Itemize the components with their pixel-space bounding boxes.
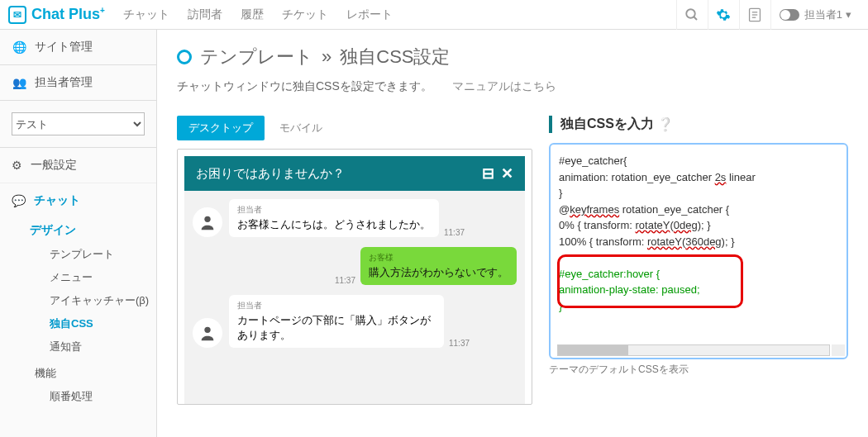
avatar-icon	[193, 207, 222, 237]
topnav-right: 担当者1 ▾	[676, 0, 860, 30]
topnav-chat[interactable]: チャット	[123, 7, 169, 22]
message-text: カートページの下部に「購入」ボタンがあります。	[237, 313, 436, 343]
users-icon: 👥	[12, 76, 26, 89]
chat-header: お困りではありませんか？ ⊟ ✕	[184, 156, 525, 191]
sidebar-site-admin[interactable]: 🌐 サイト管理	[0, 30, 156, 65]
resize-handle-icon[interactable]	[832, 344, 845, 356]
tab-desktop[interactable]: デスクトップ	[177, 116, 265, 140]
chat-window: お困りではありませんか？ ⊟ ✕ 担当者 お客様こんに	[184, 156, 525, 405]
brand[interactable]: ✉ Chat Plus+	[8, 6, 105, 24]
chevron-down-icon: ▾	[846, 8, 851, 21]
message-bubble: 担当者 カートページの下部に「購入」ボタンがあります。	[229, 295, 444, 348]
sidebar-menu[interactable]: メニュー	[50, 266, 156, 289]
sidebar-site-select[interactable]: テスト	[12, 112, 145, 135]
preview-column: デスクトップ モバイル お困りではありませんか？ ⊟ ✕	[177, 116, 532, 405]
breadcrumb-sep: »	[322, 46, 331, 68]
sidebar-general-label: 一般設定	[31, 158, 77, 173]
svg-point-0	[687, 9, 696, 18]
page-title: テンプレート » 独自CSS設定	[177, 45, 848, 69]
user-name: 担当者1	[804, 7, 842, 22]
message-time: 11:37	[444, 228, 465, 237]
sidebar-template[interactable]: テンプレート	[50, 243, 156, 266]
sidebar-sound[interactable]: 通知音	[50, 335, 156, 359]
sidebar-agent-admin-label: 担当者管理	[35, 75, 93, 90]
sidebar-agent-admin[interactable]: 👥 担当者管理	[0, 65, 156, 101]
cog-icon: ⚙	[12, 159, 22, 172]
message-bubble: お客様 購入方法がわからないです。	[360, 247, 517, 285]
horizontal-scrollbar[interactable]	[557, 344, 830, 356]
sidebar-design[interactable]: デザイン	[18, 218, 156, 243]
topnav-tickets[interactable]: チケット	[282, 7, 328, 22]
sidebar-site-admin-label: サイト管理	[35, 40, 93, 55]
chat-body: 担当者 お客様こんにちは。どうされましたか。 11:37 11:37 お客様 購…	[184, 191, 525, 405]
tab-mobile[interactable]: モバイル	[268, 116, 334, 140]
sidebar-custom-css[interactable]: 独自CSS	[50, 312, 156, 335]
chat-icon: 💬	[12, 194, 26, 207]
editor-heading: 独自CSSを入力 ❔	[549, 116, 848, 133]
editor-heading-text: 独自CSSを入力	[560, 116, 654, 133]
page-subtitle: チャットウィンドウに独自CSSを設定できます。 マニュアルはこちら	[177, 79, 848, 94]
gear-icon[interactable]	[708, 0, 739, 30]
sidebar-design-items: テンプレート メニュー アイキャッチャー(β) 独自CSS 通知音 機能 順番処…	[18, 243, 156, 408]
close-icon[interactable]: ✕	[501, 164, 513, 183]
status-toggle-icon	[780, 9, 799, 21]
breadcrumb-template[interactable]: テンプレート	[200, 45, 313, 69]
svg-point-6	[204, 216, 210, 222]
manual-link[interactable]: マニュアルはこちら	[452, 79, 556, 93]
search-icon[interactable]	[676, 0, 708, 30]
chat-header-title: お困りではありませんか？	[196, 166, 345, 182]
sidebar-chat-heading-label: チャット	[34, 193, 80, 208]
default-css-link[interactable]: テーマのデフォルトCSSを表示	[549, 363, 848, 377]
sidebar-site-select-wrap: テスト	[0, 101, 156, 148]
topnav-visitors[interactable]: 訪問者	[188, 7, 222, 22]
message-time: 11:37	[449, 339, 470, 348]
sidebar-order[interactable]: 順番処理	[50, 385, 156, 408]
message-row: 担当者 カートページの下部に「購入」ボタンがあります。 11:37	[193, 295, 517, 348]
sidebar: 🌐 サイト管理 👥 担当者管理 テスト ⚙ 一般設定 💬 チャット デザイン テ…	[0, 30, 157, 437]
preview-frame: お困りではありませんか？ ⊟ ✕ 担当者 お客様こんに	[177, 149, 532, 405]
css-textarea[interactable]: #eye_catcher{animation: rotation_eye_cat…	[549, 143, 848, 359]
message-row: 11:37 お客様 購入方法がわからないです。	[193, 247, 517, 285]
message-bubble: 担当者 お客様こんにちは。どうされましたか。	[229, 199, 439, 237]
document-icon[interactable]	[739, 0, 770, 30]
brand-name: Chat Plus+	[31, 6, 105, 23]
sidebar-chat-heading[interactable]: 💬 チャット	[0, 183, 156, 218]
message-text: 購入方法がわからないです。	[369, 265, 508, 280]
user-menu[interactable]: 担当者1 ▾	[770, 0, 860, 30]
globe-icon: 🌐	[12, 40, 26, 54]
message-text: お客様こんにちは。どうされましたか。	[237, 217, 431, 232]
svg-point-7	[204, 327, 210, 333]
device-tabs: デスクトップ モバイル	[177, 116, 532, 140]
avatar-icon	[193, 318, 222, 348]
topnav-items: チャット 訪問者 履歴 チケット レポート	[123, 7, 393, 22]
breadcrumb-custom-css: 独自CSS設定	[340, 45, 450, 69]
sidebar-eyecatcher[interactable]: アイキャッチャー(β)	[50, 289, 156, 312]
sidebar-function[interactable]: 機能	[35, 362, 156, 385]
topnav-reports[interactable]: レポート	[346, 7, 393, 22]
help-icon[interactable]: ❔	[657, 116, 674, 132]
svg-line-1	[694, 17, 698, 20]
editor-column: 独自CSSを入力 ❔ #eye_catcher{animation: rotat…	[549, 116, 848, 377]
topnav-history[interactable]: 履歴	[241, 7, 264, 22]
sidebar-general[interactable]: ⚙ 一般設定	[0, 148, 156, 183]
message-label: 担当者	[237, 204, 431, 216]
page-subtitle-text: チャットウィンドウに独自CSSを設定できます。	[177, 79, 432, 93]
message-label: 担当者	[237, 300, 436, 311]
top-nav: ✉ Chat Plus+ チャット 訪問者 履歴 チケット レポート 担当者1 …	[0, 0, 868, 30]
brand-icon: ✉	[8, 6, 26, 24]
message-row: 担当者 お客様こんにちは。どうされましたか。 11:37	[193, 199, 517, 237]
message-label: お客様	[369, 252, 508, 264]
minimize-icon[interactable]: ⊟	[482, 164, 494, 183]
content: テンプレート » 独自CSS設定 チャットウィンドウに独自CSSを設定できます。…	[157, 30, 868, 437]
title-circle-icon	[177, 50, 192, 64]
message-time: 11:37	[335, 276, 355, 285]
